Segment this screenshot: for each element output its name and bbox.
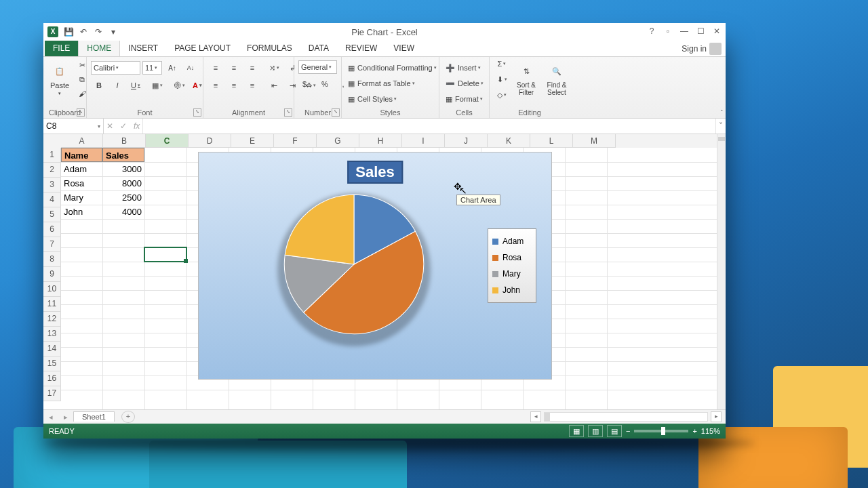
cell[interactable]: 2500 xyxy=(102,190,144,205)
zoom-out-icon[interactable]: − xyxy=(626,427,630,435)
zoom-slider[interactable] xyxy=(634,430,688,432)
column-header[interactable]: I xyxy=(402,134,445,148)
legend-item[interactable]: Adam xyxy=(492,233,532,249)
select-all-corner[interactable] xyxy=(43,134,62,148)
view-page-layout-icon[interactable]: ▥ xyxy=(588,425,603,437)
chart-title[interactable]: Sales xyxy=(347,161,403,184)
enter-formula-icon[interactable]: ✓ xyxy=(120,121,127,131)
worksheet-grid[interactable]: ABCDEFGHIJKLM 1234567891011121314151617 … xyxy=(43,134,726,409)
row-header[interactable]: 9 xyxy=(43,267,61,282)
row-header[interactable]: 15 xyxy=(43,357,61,371)
row-header[interactable]: 11 xyxy=(43,297,61,312)
redo-icon[interactable]: ↷ xyxy=(94,27,103,37)
underline-button[interactable]: U xyxy=(127,78,144,93)
fill-button[interactable]: ⬇ xyxy=(494,72,510,87)
clear-button[interactable]: ◇ xyxy=(494,87,510,102)
column-header[interactable]: F xyxy=(274,134,317,148)
formula-input[interactable] xyxy=(143,119,715,134)
tab-home[interactable]: HOME xyxy=(78,40,120,56)
autosum-button[interactable]: Σ xyxy=(494,56,510,71)
legend-item[interactable]: Mary xyxy=(492,266,532,282)
border-button[interactable]: ▦ xyxy=(149,78,165,93)
row-header[interactable]: 4 xyxy=(43,192,61,207)
column-header[interactable]: H xyxy=(359,134,402,148)
cell[interactable]: John xyxy=(61,205,102,219)
currency-button[interactable]: $ xyxy=(298,77,315,92)
maximize-icon[interactable]: ☐ xyxy=(694,26,707,37)
tab-insert[interactable]: INSERT xyxy=(120,41,166,56)
row-header[interactable]: 3 xyxy=(43,178,61,192)
row-header[interactable]: 12 xyxy=(43,312,61,327)
column-header[interactable]: G xyxy=(317,134,359,148)
help-icon[interactable]: ? xyxy=(646,26,658,37)
horizontal-scrollbar[interactable] xyxy=(544,412,708,422)
insert-cells-button[interactable]: ➕ Insert xyxy=(443,60,489,75)
row-header[interactable]: 16 xyxy=(43,371,61,386)
number-launcher-icon[interactable]: ⤡ xyxy=(332,108,340,117)
column-header[interactable]: L xyxy=(530,134,573,148)
row-header[interactable]: 6 xyxy=(43,222,61,237)
column-header[interactable]: A xyxy=(61,134,103,148)
cell[interactable]: Name xyxy=(61,148,102,162)
column-header[interactable]: D xyxy=(189,134,231,148)
tab-formulas[interactable]: FORMULAS xyxy=(239,41,300,56)
tab-data[interactable]: DATA xyxy=(300,41,337,56)
pie-slice[interactable] xyxy=(285,195,354,264)
name-box[interactable]: C8 xyxy=(43,119,104,134)
find-select-button[interactable]: 🔍Find & Select xyxy=(542,61,571,98)
tab-review[interactable]: REVIEW xyxy=(337,41,385,56)
ribbon-display-icon[interactable]: ▫ xyxy=(662,26,674,37)
cell[interactable]: Sales xyxy=(102,148,144,162)
font-name-select[interactable]: Calibri xyxy=(91,61,140,75)
fx-icon[interactable]: fx xyxy=(134,121,140,131)
column-header[interactable]: M xyxy=(573,134,616,148)
column-header[interactable]: B xyxy=(103,134,146,148)
tab-file[interactable]: FILE xyxy=(45,41,78,56)
chart-object[interactable]: Sales AdamRosaMaryJohn ✥↖ Chart Area xyxy=(198,152,552,380)
app-icon[interactable]: X xyxy=(47,26,58,37)
paste-button[interactable]: 📋 Paste ▾ xyxy=(47,59,72,100)
expand-formula-bar-icon[interactable]: ˅ xyxy=(715,119,726,134)
column-header[interactable]: C xyxy=(146,134,189,148)
align-center-button[interactable]: ≡ xyxy=(226,78,242,93)
format-as-table-button[interactable]: ▦ Format as Table xyxy=(346,76,439,91)
zoom-in-icon[interactable]: + xyxy=(692,427,696,435)
sheet-tab-1[interactable]: Sheet1 xyxy=(73,411,115,422)
cancel-formula-icon[interactable]: ✕ xyxy=(106,121,113,131)
conditional-formatting-button[interactable]: ▦ Conditional Formatting xyxy=(346,60,439,75)
column-header[interactable]: J xyxy=(445,134,488,148)
align-left-button[interactable]: ≡ xyxy=(208,78,224,93)
minimize-icon[interactable]: — xyxy=(678,26,690,37)
vertical-scrollbar[interactable] xyxy=(717,134,726,409)
sign-in-link[interactable]: Sign in xyxy=(677,41,726,56)
format-cells-button[interactable]: ▦ Format xyxy=(443,92,489,106)
orientation-button[interactable]: ⤮ xyxy=(266,60,282,75)
delete-cells-button[interactable]: ➖ Delete xyxy=(443,76,489,91)
number-format-select[interactable]: General xyxy=(298,60,337,74)
cell[interactable]: Mary xyxy=(61,190,102,205)
align-middle-button[interactable]: ≡ xyxy=(226,60,242,75)
row-header[interactable]: 5 xyxy=(43,207,61,222)
row-header[interactable]: 13 xyxy=(43,327,61,342)
cell[interactable]: 4000 xyxy=(102,205,144,219)
close-icon[interactable]: ✕ xyxy=(711,26,723,37)
legend-item[interactable]: John xyxy=(492,282,532,298)
column-header[interactable]: E xyxy=(231,134,274,148)
cell[interactable]: 8000 xyxy=(102,176,144,190)
tab-view[interactable]: VIEW xyxy=(385,41,422,56)
row-header[interactable]: 17 xyxy=(43,386,61,401)
align-bottom-button[interactable]: ≡ xyxy=(244,60,260,75)
alignment-launcher-icon[interactable]: ⤡ xyxy=(284,108,292,117)
view-page-break-icon[interactable]: ▤ xyxy=(607,425,622,437)
tab-nav-prev-icon[interactable]: ◂ xyxy=(43,413,58,422)
qat-more-icon[interactable]: ▾ xyxy=(108,27,118,37)
cell[interactable]: Rosa xyxy=(61,176,102,190)
shrink-font-button[interactable]: A↓ xyxy=(182,60,199,75)
font-size-select[interactable]: 11 xyxy=(142,61,162,75)
italic-button[interactable]: I xyxy=(109,78,125,93)
hscroll-left-icon[interactable]: ◂ xyxy=(530,411,541,422)
cell[interactable]: 3000 xyxy=(102,162,144,176)
undo-icon[interactable]: ↶ xyxy=(79,27,88,37)
legend-item[interactable]: Rosa xyxy=(492,249,532,266)
chart-legend[interactable]: AdamRosaMaryJohn xyxy=(488,228,536,303)
